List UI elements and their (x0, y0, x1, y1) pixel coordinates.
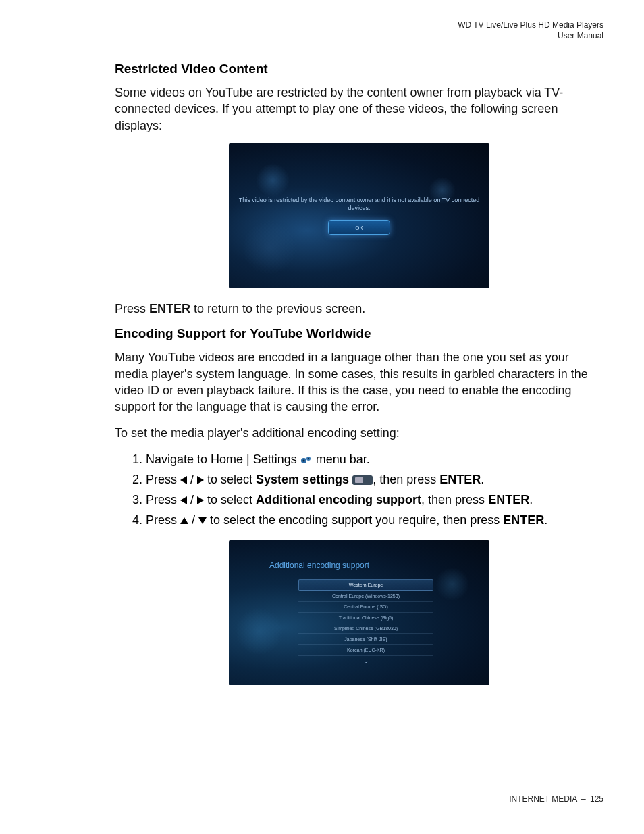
enter-key-label: ENTER (149, 302, 190, 315)
footer-section: INTERNET MEDIA (509, 794, 576, 804)
text-fragment: Press (115, 302, 149, 315)
additional-encoding-label: Additional encoding support (256, 493, 421, 506)
step-1: Navigate to Home | Settings menu bar. (146, 450, 603, 469)
encoding-option-row: Central Europe (Windows-1250) (298, 591, 433, 602)
text-fragment: , then press (421, 493, 488, 506)
header-doc-type: User Manual (95, 31, 603, 42)
footer-separator: – (581, 794, 586, 804)
page-content: Restricted Video Content Some videos on … (95, 61, 603, 685)
text-fragment: . (481, 473, 484, 486)
text-fragment: . (544, 513, 547, 527)
encoding-option-row: Central Europe (ISO) (298, 602, 433, 613)
bokeh-circle (256, 163, 290, 197)
dialog-message: This video is restricted by the video co… (229, 197, 489, 212)
heading-encoding-support: Encoding Support for YouTube Worldwide (115, 326, 603, 341)
footer-page-number: 125 (590, 794, 603, 804)
para-encoding-steps-lead: To set the media player's additional enc… (115, 425, 603, 441)
page-header: WD TV Live/Live Plus HD Media Players Us… (95, 20, 603, 41)
enter-key-label: ENTER (503, 513, 544, 527)
encoding-options-list: Western EuropeCentral Europe (Windows-12… (298, 579, 433, 664)
encoding-option-row: Traditional Chinese (Big5) (298, 613, 433, 623)
enter-key-label: ENTER (439, 473, 481, 486)
page-footer: INTERNET MEDIA – 125 (509, 794, 603, 804)
text-fragment: Navigate to Home | Settings (146, 452, 300, 466)
system-settings-label: System settings (256, 473, 349, 486)
step-4: Press / to select the encoding support y… (146, 511, 603, 530)
manual-page: WD TV Live/Live Plus HD Media Players Us… (0, 0, 644, 834)
text-fragment: to return to the previous screen. (190, 302, 365, 315)
text-fragment: Press (146, 513, 180, 527)
steps-list: Navigate to Home | Settings menu bar. Pr… (115, 450, 603, 530)
system-settings-icon (352, 475, 373, 485)
bokeh-circle (242, 221, 296, 275)
nav-right-icon (197, 496, 204, 504)
encoding-screen-title: Additional encoding support (269, 561, 462, 570)
svg-point-3 (308, 458, 309, 459)
encoding-option-row: Simplified Chinese (GB18030) (298, 623, 433, 634)
header-product-line: WD TV Live/Live Plus HD Media Players (95, 20, 603, 31)
nav-up-icon (180, 517, 188, 524)
svg-point-1 (302, 459, 304, 461)
text-fragment: to select (204, 473, 256, 486)
encoding-option-row: Japanese (Shift-JIS) (298, 634, 433, 645)
step-3: Press / to select Additional encoding su… (146, 491, 603, 510)
text-fragment: , then press (373, 473, 439, 486)
step-2: Press / to select System settings , then… (146, 471, 603, 490)
text-fragment: . (529, 493, 533, 506)
encoding-option-row: Western Europe (298, 579, 433, 591)
enter-key-label: ENTER (488, 493, 529, 506)
screenshot-restricted-dialog: This video is restricted by the video co… (229, 143, 489, 288)
text-fragment: to select the encoding support you requi… (207, 513, 503, 527)
encoding-option-row: Korean (EUC-KR) (298, 645, 433, 656)
nav-down-icon (198, 517, 207, 524)
bokeh-circle (435, 567, 469, 601)
text-fragment: Press (146, 493, 180, 506)
screenshot-encoding-list: Additional encoding support Western Euro… (229, 540, 489, 685)
text-fragment: to select (204, 493, 256, 506)
para-press-enter-return: Press ENTER to return to the previous sc… (115, 301, 603, 317)
chevron-down-icon: ⌄ (298, 656, 433, 664)
heading-restricted-video: Restricted Video Content (115, 61, 603, 76)
nav-left-icon (180, 476, 187, 484)
para-restricted-intro: Some videos on YouTube are restricted by… (115, 84, 603, 134)
left-margin-rule (95, 20, 95, 770)
nav-right-icon (197, 476, 204, 484)
text-fragment: Press (146, 473, 180, 486)
para-encoding-intro: Many YouTube videos are encoded in a lan… (115, 349, 603, 415)
settings-gears-icon (300, 452, 313, 461)
text-fragment: menu bar. (313, 452, 370, 466)
dialog-ok-button: OK (328, 220, 390, 235)
nav-left-icon (180, 496, 187, 504)
bokeh-circle (236, 608, 283, 655)
